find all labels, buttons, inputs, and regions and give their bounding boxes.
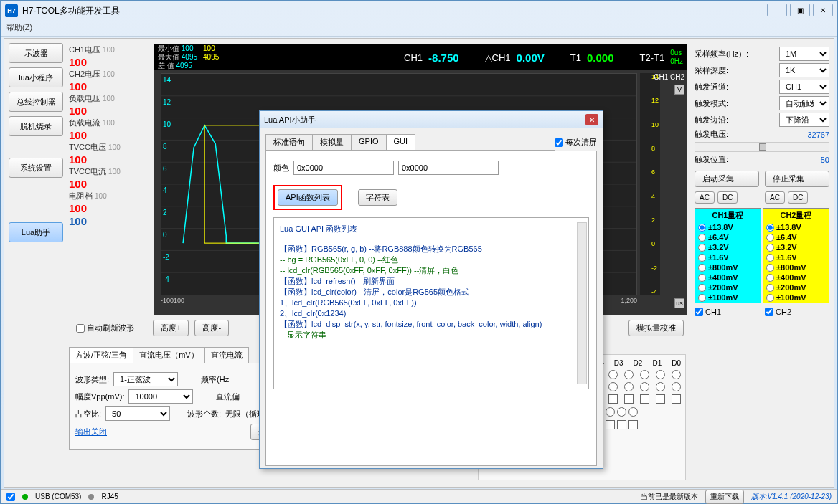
svg-text:8: 8 [163, 143, 167, 151]
sample-rate-select[interactable]: 1M [779, 47, 829, 61]
color-label: 颜色 [273, 163, 289, 173]
maximize-button[interactable]: ▣ [790, 4, 810, 16]
time-unit-badge[interactable]: us [674, 298, 684, 308]
lua-api-helper-dialog: Lua API小助手 ✕ 标准语句 模拟量 GPIO GUI 每次清屏 颜色 [259, 110, 603, 469]
rj45-status-icon [88, 494, 94, 500]
wave-count-label: 波形个数: [187, 409, 221, 419]
sidebar-system-settings[interactable]: 系统设置 [9, 158, 63, 178]
usb-status-icon [22, 494, 28, 500]
svg-text:10: 10 [163, 120, 171, 128]
svg-text:0: 0 [163, 231, 167, 239]
sidebar-lua-applet[interactable]: lua小程序 [9, 67, 63, 87]
start-capture-button[interactable]: 启动采集 [695, 171, 759, 187]
color2-input[interactable] [398, 161, 499, 175]
auto-refresh-checkbox[interactable]: 自动刷新波形 [76, 323, 134, 333]
app-icon: H7 [5, 4, 18, 17]
window-title: H7-TOOL多功能开发工具 [22, 5, 120, 17]
usb-status-text: USB (COM53) [35, 493, 81, 500]
re-download-button[interactable]: 重新下载 [705, 490, 744, 504]
usb-checkbox[interactable] [6, 493, 15, 501]
char-table-button[interactable]: 字符表 [358, 189, 397, 206]
color1-input[interactable] [293, 161, 394, 175]
sidebar-lua-helper[interactable]: Lua助手 [9, 222, 63, 242]
wave-type-select[interactable]: 1-正弦波 [113, 372, 178, 386]
svg-text:12: 12 [163, 98, 171, 106]
dlg-tab-analog[interactable]: 模拟量 [312, 134, 352, 150]
settings-panel: 采样频率(Hz）:1M 采样深度:1K 触发通道:CH1 触发模式:自动触发 触… [695, 44, 829, 316]
ch1-range-option[interactable]: ±3.2V [695, 242, 761, 252]
trigger-edge-select[interactable]: 下降沿 [779, 113, 829, 127]
trigger-mode-select[interactable]: 自动触发 [779, 96, 829, 110]
api-function-list[interactable]: Lua GUI API 函数列表 【函数】RGB565(r, g, b) --将… [273, 217, 589, 389]
dialog-close-button[interactable]: ✕ [585, 114, 598, 125]
trigger-channel-select[interactable]: CH1 [779, 80, 829, 94]
ch1-range-option[interactable]: ±6.4V [695, 232, 761, 242]
tab-wave[interactable]: 方波/正弦/三角 [69, 347, 133, 363]
menu-help[interactable]: 帮助(Z) [6, 23, 32, 32]
version-text: 版本:V1.4.1 (2020-12-23) [751, 492, 832, 502]
dc-offset-label: 直流偏 [216, 391, 240, 402]
rj45-status-text: RJ45 [101, 493, 118, 500]
channel-indicators: CH1 CH2 [654, 73, 684, 81]
voltage-unit-badge[interactable]: V [674, 85, 684, 95]
ch2-enable-checkbox[interactable]: CH2 [765, 308, 829, 316]
clear-each-checkbox[interactable]: 每次清屏 [555, 137, 597, 148]
list-scrollbar[interactable] [577, 222, 587, 384]
duty-select[interactable]: 50 [105, 406, 170, 421]
ch2-range-option[interactable]: ±1.6V [763, 252, 829, 262]
duty-label: 占空比: [75, 409, 101, 419]
dlg-tab-standard[interactable]: 标准语句 [265, 134, 313, 150]
ch2-range-option[interactable]: ±200mV [763, 282, 829, 293]
ch2-range-option[interactable]: ±6.4V [763, 232, 829, 242]
ch1-range-header: CH1量程 [695, 209, 761, 222]
ch2-range-option[interactable]: ±3.2V [763, 242, 829, 252]
trigger-voltage-slider[interactable] [695, 142, 829, 152]
update-status: 当前已是最新版本 [641, 492, 698, 502]
ch2-range-option[interactable]: ±400mV [763, 272, 829, 282]
amplitude-label: 幅度Vpp(mV): [75, 391, 124, 402]
ch2-range-option[interactable]: ±100mV [763, 293, 829, 303]
api-list-button[interactable]: API函数列表 [278, 189, 338, 206]
amplitude-select[interactable]: 10000 [128, 389, 193, 404]
dlg-tab-gui[interactable]: GUI [386, 134, 416, 150]
ch2-range-option[interactable]: ±13.8V [763, 222, 829, 232]
svg-text:4: 4 [163, 186, 167, 194]
ch1-range-option[interactable]: ±1.6V [695, 252, 761, 262]
ch1-range-option[interactable]: ±400mV [695, 272, 761, 282]
ch2-range-option[interactable]: ±800mV [763, 262, 829, 272]
sidebar-bus-controller[interactable]: 总线控制器 [9, 92, 63, 112]
ch1-range-option[interactable]: ±100mV [695, 293, 761, 303]
svg-text:6: 6 [163, 164, 167, 172]
ch1-enable-checkbox[interactable]: CH1 [695, 308, 759, 316]
ch1-range-option[interactable]: ±800mV [695, 262, 761, 272]
dialog-title: Lua API小助手 [264, 115, 316, 125]
sidebar-oscilloscope[interactable]: 示波器 [9, 43, 63, 63]
tab-dc-volt[interactable]: 直流电压（mV） [133, 347, 205, 363]
dlg-tab-gpio[interactable]: GPIO [351, 134, 387, 150]
wave-type-label: 波形类型: [75, 374, 109, 385]
ch1-dc-button[interactable]: DC [717, 191, 738, 204]
svg-text:-2: -2 [163, 253, 169, 261]
svg-text:-4: -4 [163, 275, 169, 282]
measurements-panel: CH1电压 100 100 CH2电压 100 100 负载电压 100 100… [69, 44, 148, 228]
minimize-button[interactable]: — [767, 4, 787, 16]
freq-label: 频率(Hz [201, 374, 229, 385]
sample-depth-select[interactable]: 1K [779, 63, 829, 77]
close-button[interactable]: ✕ [813, 4, 833, 16]
height-plus-button[interactable]: 高度+ [153, 320, 189, 336]
stop-capture-button[interactable]: 停止采集 [765, 171, 829, 187]
sim-calibrate-button[interactable]: 模拟量校准 [628, 320, 684, 336]
trigger-voltage-value: 32767 [807, 130, 829, 139]
ch1-ac-button[interactable]: AC [695, 191, 715, 204]
ch1-range-option[interactable]: ±13.8V [695, 222, 761, 232]
tab-dc-curr[interactable]: 直流电流 [204, 347, 249, 363]
ch2-range-header: CH2量程 [763, 209, 829, 222]
ch2-ac-button[interactable]: AC [765, 191, 785, 204]
sidebar-offline-program[interactable]: 脱机烧录 [9, 116, 63, 136]
ch1-range-option[interactable]: ±200mV [695, 282, 761, 293]
height-minus-button[interactable]: 高度- [194, 320, 229, 336]
svg-text:14: 14 [163, 76, 171, 84]
trigger-position-value: 50 [821, 156, 829, 164]
ch2-dc-button[interactable]: DC [788, 191, 808, 204]
output-off-link[interactable]: 输出关闭 [75, 427, 107, 437]
